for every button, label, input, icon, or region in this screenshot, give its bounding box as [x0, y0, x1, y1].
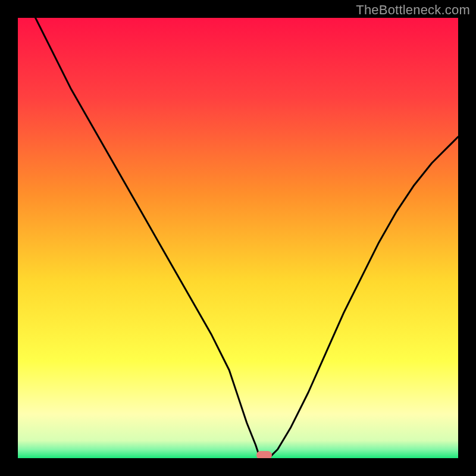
watermark-text: TheBottleneck.com	[356, 2, 470, 18]
optimum-marker	[256, 451, 272, 458]
curve-layer	[18, 18, 458, 458]
bottleneck-curve	[18, 18, 458, 458]
plot-area	[18, 18, 458, 458]
chart-frame: TheBottleneck.com	[0, 0, 476, 476]
